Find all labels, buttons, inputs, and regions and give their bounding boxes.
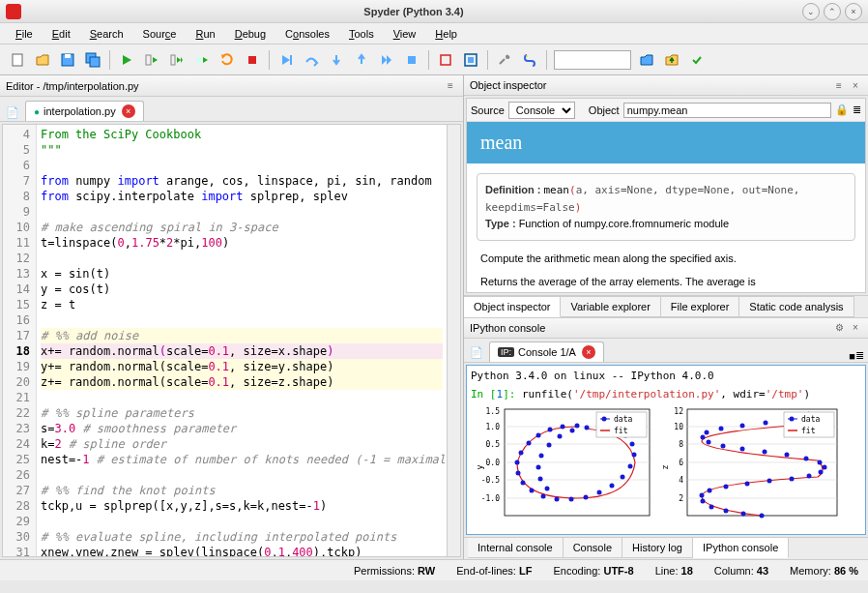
python-path-button[interactable] [518,48,541,72]
svg-rect-7 [196,57,201,63]
bottomtab-history-log[interactable]: History log [622,537,693,558]
svg-point-53 [570,428,575,432]
menu-view[interactable]: View [384,26,426,42]
editor-scrollbar[interactable] [447,125,460,556]
svg-point-85 [708,488,712,492]
svg-point-79 [760,513,765,518]
menu-debug[interactable]: Debug [225,26,275,42]
editor-tab-bar: 📄 ● interpolation.py × [0,97,463,122]
inspector-options-icon[interactable]: ≡ [832,78,846,92]
source-select[interactable]: Console [508,102,575,119]
editor-options-icon[interactable]: ≡ [444,79,457,93]
set-dir-button[interactable] [685,48,709,72]
menu-file[interactable]: File [6,26,43,42]
menu-search[interactable]: Search [80,26,133,42]
save-button[interactable] [56,48,79,72]
svg-text:0.5: 0.5 [486,440,501,449]
main-toolbar [0,44,868,75]
svg-point-104 [764,420,768,425]
midtab-object-inspector[interactable]: Object inspector [464,296,561,317]
run-button[interactable] [115,48,138,72]
svg-point-42 [584,494,589,499]
step-out-button[interactable] [350,48,373,72]
python-file-icon: ● [34,106,40,117]
menu-source[interactable]: Source [133,26,187,42]
menu-tools[interactable]: Tools [339,26,384,42]
open-file-button[interactable] [31,48,54,72]
svg-rect-9 [290,55,292,65]
save-all-button[interactable] [81,48,104,72]
inspector-definition-box: Definition : mean(a, axis=None, dtype=No… [477,173,855,241]
editor-tab[interactable]: ● interpolation.py × [25,101,144,121]
bottomtab-ipython-console[interactable]: IPython console [693,537,789,558]
svg-point-15 [526,55,528,57]
svg-point-30 [561,424,565,429]
menu-consoles[interactable]: Consoles [275,26,339,42]
debug-button[interactable] [275,48,298,72]
midtab-static-code-analysis[interactable]: Static code analysis [739,296,854,317]
interrupt-kernel-icon[interactable]: ■ [849,350,855,362]
svg-point-47 [632,452,637,457]
object-input[interactable] [623,103,831,118]
console-tab-label: Console 1/A [518,346,576,358]
new-file-button[interactable] [6,48,29,72]
rerun-button[interactable] [216,48,239,72]
run-cell-advance-button[interactable] [165,48,188,72]
bottomtab-internal-console[interactable]: Internal console [468,537,564,558]
continue-button[interactable] [375,48,398,72]
console-tab[interactable]: IP: Console 1/A × [489,341,604,362]
svg-text:y: y [475,464,484,470]
lock-icon[interactable]: 🔒 [835,104,849,116]
svg-point-33 [527,440,532,445]
console-browse-icon[interactable]: 📄 [468,344,485,362]
browse-dir-button[interactable] [635,48,658,72]
svg-point-37 [521,480,526,485]
svg-point-82 [709,504,714,509]
file-browser-icon[interactable]: 📄 [4,104,21,121]
console-menu-icon[interactable]: ≣ [855,349,864,362]
code-editor[interactable]: 456⚠789101112131415161718192021222324252… [2,124,461,557]
maximize-pane-button[interactable] [434,48,457,72]
def-label: Definition : [485,184,540,195]
svg-point-57 [536,464,541,469]
inspector-desc-2: Returns the average of the array element… [467,274,865,290]
svg-rect-8 [248,56,256,64]
source-label: Source [471,104,505,116]
svg-point-94 [804,456,809,460]
ipython-console[interactable]: Python 3.4.0 on linux -- IPython 4.0.0 I… [466,365,866,535]
bottomtab-console[interactable]: Console [564,537,622,558]
status-eol-value: LF [519,565,532,577]
ipython-options-icon[interactable]: ⚙ [832,321,846,335]
svg-point-36 [516,470,521,475]
run-selection-button[interactable] [190,48,214,72]
menu-help[interactable]: Help [425,26,467,42]
minimize-button[interactable]: ⌄ [802,3,820,20]
step-over-button[interactable] [300,48,323,72]
inspector-menu-icon[interactable]: ≣ [853,104,861,116]
svg-point-52 [585,425,590,430]
close-console-icon[interactable]: × [582,345,595,359]
stop-button[interactable] [241,48,264,72]
debug-stop-button[interactable] [400,48,423,72]
menu-edit[interactable]: Edit [43,26,80,42]
close-tab-icon[interactable]: × [122,104,135,118]
step-into-button[interactable] [325,48,348,72]
preferences-button[interactable] [493,48,516,72]
menu-run[interactable]: Run [186,26,224,42]
ipython-close-icon[interactable]: × [849,321,862,335]
working-dir-combo[interactable] [554,50,631,70]
close-window-button[interactable]: × [845,3,862,20]
midtab-variable-explorer[interactable]: Variable explorer [561,296,660,317]
fullscreen-button[interactable] [459,48,482,72]
svg-point-84 [700,492,705,497]
parent-dir-button[interactable] [660,48,683,72]
svg-point-92 [823,464,827,469]
maximize-button[interactable]: ⌃ [824,3,841,20]
inspector-close-icon[interactable]: × [849,78,862,92]
svg-text:z: z [660,464,670,469]
svg-point-103 [740,423,745,428]
code-area[interactable]: From the SciPy Cookbook""" from numpy im… [37,125,447,556]
svg-point-97 [740,446,745,451]
midtab-file-explorer[interactable]: File explorer [661,296,740,317]
run-cell-button[interactable] [140,48,163,72]
